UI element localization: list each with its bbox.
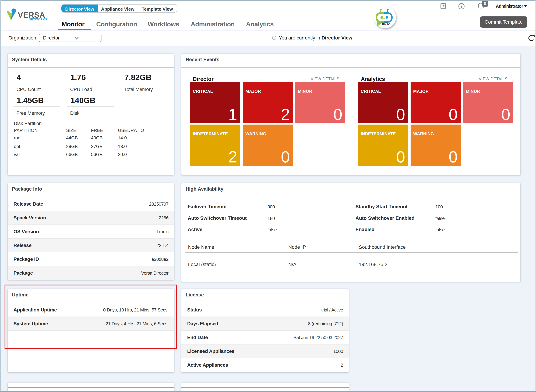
svg-text:NETWORKS: NETWORKS xyxy=(29,18,47,21)
svg-text:BETA: BETA xyxy=(382,22,390,25)
